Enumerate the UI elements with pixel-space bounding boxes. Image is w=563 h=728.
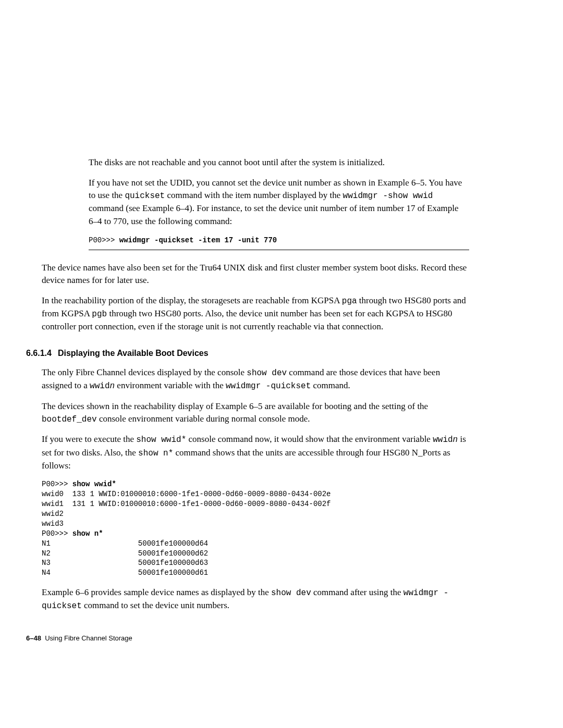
footer-title: Using Fibre Channel Storage — [45, 634, 132, 642]
code-show-dev-2: show dev — [271, 588, 311, 598]
para-reachability: In the reachability portion of the displ… — [42, 294, 469, 334]
text: If you were to execute the — [42, 434, 136, 444]
code-show-wwid: show wwid* — [136, 435, 186, 445]
para-device-names: The device names have also been set for … — [42, 262, 469, 287]
text: The devices shown in the reachability di… — [42, 401, 428, 411]
output-line: wwid0 133 1 WWID:01000010:6000-1fe1-0000… — [42, 490, 331, 498]
prompt: P00>>> — [42, 480, 72, 488]
code-bootdef-dev: bootdef_dev — [42, 415, 97, 424]
para-only-fc: The only Fibre Channel devices displayed… — [42, 366, 469, 392]
text: command after using the — [311, 587, 403, 597]
para-devices-shown: The devices shown in the reachability di… — [42, 400, 469, 426]
command: show wwid* — [72, 480, 116, 488]
code-show-n: show n* — [138, 449, 173, 458]
para-example-6-6: Example 6–6 provides sample device names… — [42, 586, 469, 612]
text: In the reachability portion of the displ… — [42, 295, 342, 305]
var-n: n — [453, 435, 458, 445]
page-number: 6–48 — [26, 634, 41, 642]
prompt: P00>>> — [42, 529, 72, 538]
output-line: N4 50001fe100000d61 — [42, 569, 208, 577]
text: wwid — [90, 381, 109, 391]
note-para-1: The disks are not reachable and you cann… — [89, 156, 469, 169]
text: wwid — [433, 435, 452, 445]
para-if-execute: If you were to execute the show wwid* co… — [42, 433, 469, 472]
text: Example 6–6 provides sample device names… — [42, 587, 271, 597]
body-block: The device names have also been set for … — [42, 262, 469, 644]
text: command. — [311, 380, 350, 390]
code-wwidmgr-quickset: wwidmgr -quickset — [226, 381, 311, 391]
code-pga: pga — [342, 297, 357, 306]
command: show n* — [72, 529, 103, 538]
code-wwidmgr-show-wwid: wwidmgr -show wwid — [343, 191, 433, 201]
text: environment variable with the — [115, 380, 226, 390]
page: The disks are not reachable and you cann… — [0, 0, 563, 685]
code-pgb: pgb — [92, 310, 107, 319]
divider — [89, 250, 469, 250]
code-show-dev: show dev — [247, 368, 287, 378]
text: command to set the device unit numbers. — [82, 600, 229, 610]
output-line: N2 50001fe100000d62 — [42, 549, 208, 558]
output-line: wwid2 — [42, 510, 64, 518]
output-line: N1 50001fe100000d64 — [42, 539, 208, 548]
section-title: Displaying the Available Boot Devices — [58, 349, 209, 357]
page-footer: 6–48 Using Fibre Channel Storage — [26, 634, 469, 644]
text: The only Fibre Channel devices displayed… — [42, 367, 247, 377]
command-example-1: P00>>> wwidmgr -quickset -item 17 -unit … — [89, 236, 469, 245]
output-line: wwid3 — [42, 520, 64, 528]
section-heading: 6.6.1.4Displaying the Available Boot Dev… — [26, 347, 469, 359]
section-number: 6.6.1.4 — [26, 349, 52, 357]
console-listing: P00>>> show wwid* wwid0 133 1 WWID:01000… — [42, 479, 469, 578]
code-wwidn-2: wwidn — [433, 435, 458, 445]
command: wwidmgr -quickset -item 17 -unit 770 — [119, 236, 277, 244]
text: console environment variable during norm… — [97, 414, 310, 424]
text: command with the item number displayed b… — [165, 190, 342, 200]
code-wwidn: wwidn — [90, 381, 115, 391]
note-para-2: If you have not set the UDID, you cannot… — [89, 177, 469, 228]
var-n: n — [109, 381, 115, 391]
note-box: The disks are not reachable and you cann… — [89, 156, 469, 250]
output-line: N3 50001fe100000d63 — [42, 559, 208, 567]
text: console command now, it would show that … — [186, 434, 433, 444]
output-line: wwid1 131 1 WWID:01000010:6000-1fe1-0000… — [42, 500, 331, 508]
text: command (see Example 6–4). For instance,… — [89, 203, 459, 226]
prompt: P00>>> — [89, 236, 119, 244]
code-quickset: quickset — [125, 191, 165, 201]
